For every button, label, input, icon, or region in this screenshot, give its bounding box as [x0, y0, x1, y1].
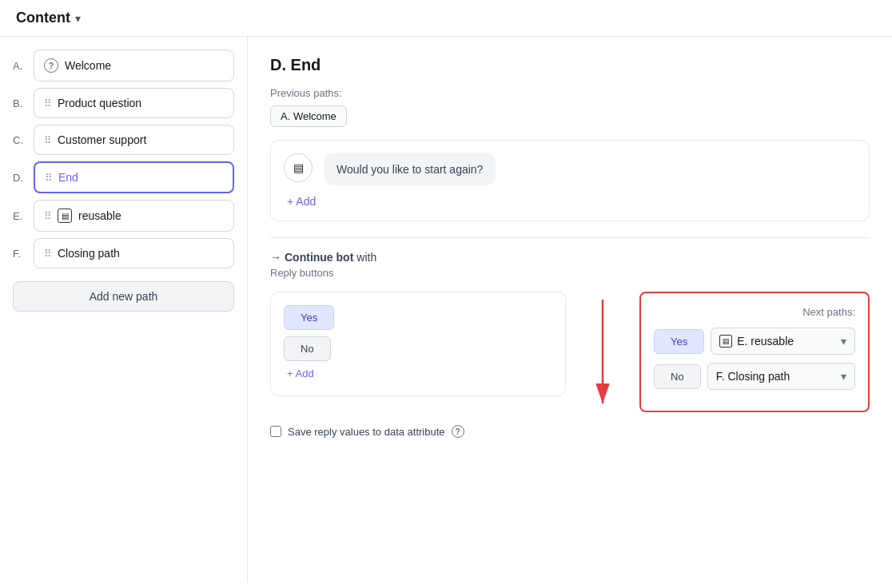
sidebar: A. ? Welcome B. ⠿ Product question C. ⠿ …: [0, 37, 248, 582]
sidebar-item-e: E. ⠿ ▤ reusable: [13, 200, 234, 232]
drag-icon-c: ⠿: [44, 134, 51, 146]
save-row: Save reply values to data attribute ?: [270, 425, 870, 438]
help-icon: ?: [44, 58, 58, 73]
continue-arrow-icon: →: [270, 251, 281, 264]
chevron-down-icon-no: ▾: [841, 370, 846, 383]
next-path-row-yes: Yes ▤ E. reusable ▾: [654, 328, 855, 355]
next-path-select-yes[interactable]: ▤ E. reusable ▾: [711, 328, 855, 355]
reusable-icon-e: ▤: [58, 209, 72, 223]
sidebar-item-d: D. ⠿ End: [13, 161, 234, 193]
next-paths-box: Next paths: Yes ▤ E. reusable ▾ No: [639, 292, 870, 412]
sidebar-label-a: A.: [13, 60, 27, 72]
reply-no-button[interactable]: No: [284, 336, 331, 361]
save-label: Save reply values to data attribute: [288, 426, 445, 438]
layout: A. ? Welcome B. ⠿ Product question C. ⠿ …: [0, 37, 892, 582]
sidebar-card-text-a: Welcome: [65, 59, 111, 72]
sidebar-label-e: E.: [13, 210, 27, 222]
sidebar-label-d: D.: [13, 172, 27, 184]
sidebar-item-a: A. ? Welcome: [13, 50, 234, 81]
next-paths-label: Next paths:: [654, 306, 855, 318]
message-bubble-row: ▤ Would you like to start again?: [284, 153, 856, 185]
sidebar-card-text-f: Closing path: [58, 247, 120, 260]
reply-area: Yes No + Add: [270, 292, 566, 396]
sidebar-card-text-d: End: [58, 171, 78, 184]
sidebar-label-c: C.: [13, 134, 27, 146]
sidebar-item-b: B. ⠿ Product question: [13, 88, 234, 118]
red-arrow-container: [579, 292, 627, 412]
continue-sub: Reply buttons: [270, 267, 870, 279]
drag-icon-d: ⠿: [45, 172, 52, 184]
sidebar-card-text-c: Customer support: [58, 133, 146, 146]
sidebar-item-f: F. ⠿ Closing path: [13, 238, 234, 268]
prev-paths-label: Previous paths:: [270, 87, 870, 99]
header-title: Content: [16, 10, 70, 26]
message-area: ▤ Would you like to start again? + Add: [270, 140, 870, 221]
next-path-name-yes: E. reusable: [737, 335, 836, 348]
sidebar-card-d[interactable]: ⠿ End: [34, 161, 234, 193]
drag-icon-f: ⠿: [44, 248, 51, 260]
main-content: D. End Previous paths: A. Welcome ▤ Woul…: [248, 37, 892, 582]
prev-paths: Previous paths: A. Welcome: [270, 87, 870, 127]
chevron-down-icon-yes: ▾: [841, 335, 846, 348]
save-checkbox[interactable]: [270, 426, 281, 437]
add-reply-link[interactable]: + Add: [284, 368, 552, 379]
sidebar-card-b[interactable]: ⠿ Product question: [34, 88, 234, 118]
sidebar-card-text-e: reusable: [78, 209, 121, 222]
next-path-row-no: No F. Closing path ▾: [654, 363, 855, 390]
next-path-name-no: F. Closing path: [716, 370, 836, 383]
bot-avatar: ▤: [284, 153, 313, 182]
next-path-select-no[interactable]: F. Closing path ▾: [707, 363, 855, 390]
save-help-icon[interactable]: ?: [452, 425, 464, 438]
continue-section: → Continue bot with Reply buttons: [270, 237, 870, 279]
sidebar-item-c: C. ⠿ Customer support: [13, 125, 234, 155]
message-bubble: Would you like to start again?: [324, 153, 496, 185]
prev-path-tag[interactable]: A. Welcome: [270, 105, 347, 127]
drag-icon-e: ⠿: [44, 210, 51, 222]
sidebar-card-e[interactable]: ⠿ ▤ reusable: [34, 200, 234, 232]
continue-bot-text: Continue bot: [285, 251, 353, 264]
add-message-link[interactable]: + Add: [284, 195, 316, 208]
continue-label: → Continue bot with: [270, 251, 870, 264]
sidebar-card-text-b: Product question: [58, 97, 141, 109]
path-title: D. End: [270, 56, 870, 74]
sidebar-label-b: B.: [13, 97, 27, 109]
reply-row-yes: Yes: [284, 305, 552, 330]
sidebar-card-c[interactable]: ⠿ Customer support: [34, 125, 234, 155]
header: Content ▾: [0, 0, 892, 37]
next-path-no-btn: No: [654, 364, 701, 389]
add-path-button[interactable]: Add new path: [13, 281, 234, 312]
reply-row-no: No: [284, 336, 552, 361]
reply-and-next: Yes No + Add: [270, 292, 870, 412]
sidebar-card-a[interactable]: ? Welcome: [34, 50, 234, 81]
drag-icon-b: ⠿: [44, 97, 51, 109]
header-chevron-icon[interactable]: ▾: [75, 12, 81, 25]
red-arrow-icon: [579, 292, 627, 419]
reusable-icon-small: ▤: [719, 335, 732, 348]
sidebar-card-f[interactable]: ⠿ Closing path: [34, 238, 234, 268]
reply-yes-button[interactable]: Yes: [284, 305, 334, 330]
sidebar-label-f: F.: [13, 248, 27, 260]
next-paths-area: Next paths: Yes ▤ E. reusable ▾ No: [639, 292, 870, 412]
continue-with-text: with: [356, 251, 376, 264]
next-path-yes-btn: Yes: [654, 329, 704, 354]
